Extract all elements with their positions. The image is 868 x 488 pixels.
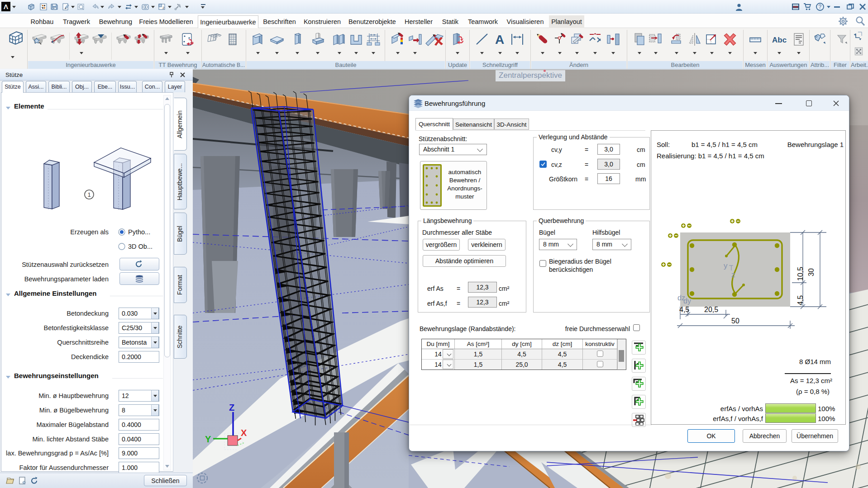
svg-text:Y: Y [205, 434, 211, 444]
svg-text:y: y [724, 261, 728, 270]
svg-text:4,5: 4,5 [679, 306, 689, 313]
svg-text:z: z [731, 270, 735, 279]
svg-text:dy: dy [683, 297, 691, 305]
svg-text:Z: Z [229, 403, 234, 412]
svg-text:X: X [241, 428, 247, 438]
svg-text:20,5: 20,5 [704, 306, 718, 313]
svg-text:2: 2 [162, 6, 165, 10]
svg-text:10,5: 10,5 [796, 267, 804, 281]
svg-text:1: 1 [88, 191, 91, 198]
svg-text:50: 50 [731, 317, 739, 325]
svg-text:30: 30 [807, 268, 815, 276]
svg-text:A: A [495, 33, 504, 47]
svg-text:Abc: Abc [772, 36, 787, 44]
svg-text:4,5: 4,5 [796, 295, 804, 305]
svg-text:?: ? [819, 4, 822, 10]
